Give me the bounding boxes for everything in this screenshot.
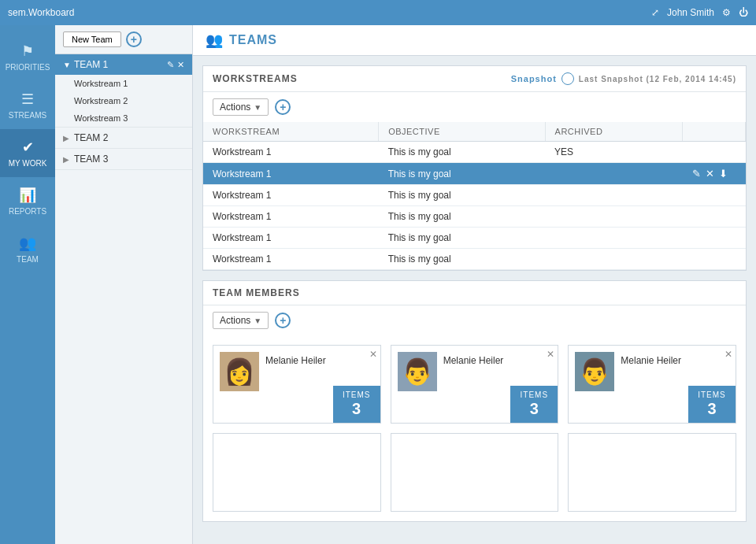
row-edit-icon[interactable]: ✎ <box>692 168 701 179</box>
workstreams-actions-dropdown[interactable]: Actions ▼ <box>213 98 269 116</box>
streams-icon: ☰ <box>21 91 34 108</box>
team-2-item[interactable]: ▶ TEAM 2 <box>55 128 192 148</box>
member-items: ITEMS 3 <box>333 386 380 423</box>
member-card: 👨 Melanie Heiler ✕ ITEMS 3 <box>391 345 559 424</box>
nav-team[interactable]: 👥 TEAM <box>0 225 55 273</box>
team-1-group: ▼ TEAM 1 ✎ ✕ Workstream 1 Workstream 2 W… <box>55 54 192 128</box>
table-row[interactable]: Workstream 1This is my goal <box>203 249 746 270</box>
col-archived: ARCHIVED <box>545 122 682 142</box>
ws-row-actions-cell <box>683 185 746 206</box>
team-icon: 👥 <box>19 235 36 252</box>
ws-row-actions-cell <box>683 206 746 228</box>
ws-name-cell: Workstream 1 <box>203 228 379 249</box>
member-avatar: 👨 <box>575 352 614 391</box>
nav-priorities[interactable]: ⚑ PRIORITIES <box>0 33 55 81</box>
team-members-header: TEAM MEMBERS <box>203 281 746 305</box>
workstreams-actions-label: Actions <box>220 102 250 113</box>
table-row[interactable]: Workstream 1This is my goal <box>203 228 746 249</box>
sidebar-workstream-2[interactable]: Workstream 2 <box>55 92 192 109</box>
ws-archived-cell <box>545 185 682 206</box>
member-delete-icon[interactable]: ✕ <box>369 349 377 360</box>
table-row[interactable]: Workstream 1This is my goal <box>203 185 746 206</box>
snapshot-link[interactable]: Snapshot <box>511 74 557 83</box>
row-delete-icon[interactable]: ✕ <box>706 168 714 179</box>
workstreams-title: WORKSTREAMS <box>213 73 298 84</box>
team-3-group: ▶ TEAM 3 <box>55 149 192 170</box>
sidebar: New Team + ▼ TEAM 1 ✎ ✕ Workstream 1 Wor… <box>55 25 193 544</box>
ws-row-actions-cell <box>683 142 746 163</box>
member-items-count: 3 <box>336 399 377 418</box>
ws-objective-cell: This is my goal <box>379 163 545 185</box>
team-members-actions-bar: Actions ▼ + <box>203 305 746 335</box>
page-header: 👥 TEAMS <box>193 25 756 56</box>
team-members-actions-label: Actions <box>220 315 250 326</box>
ws-archived-cell: YES <box>545 142 682 163</box>
member-avatar: 👩 <box>220 352 259 391</box>
row-download-icon[interactable]: ⬇ <box>719 168 728 179</box>
table-header-row: WORKSTREAM OBJECTIVE ARCHIVED <box>203 122 746 142</box>
member-card-empty <box>213 433 381 512</box>
nav-reports[interactable]: 📊 REPORTS <box>0 177 55 225</box>
ws-archived-cell <box>545 206 682 228</box>
team-3-arrow: ▶ <box>63 155 69 164</box>
team-3-item[interactable]: ▶ TEAM 3 <box>55 149 192 169</box>
ws-objective-cell: This is my goal <box>379 249 545 270</box>
expand-icon[interactable]: ⤢ <box>651 7 659 18</box>
member-delete-icon[interactable]: ✕ <box>547 349 554 360</box>
members-grid: 👩 Melanie Heiler ✕ ITEMS 3 👨 Melanie Hei… <box>203 335 746 521</box>
member-name: Melanie Heiler <box>614 352 729 369</box>
team-1-item[interactable]: ▼ TEAM 1 ✎ ✕ <box>55 54 192 75</box>
ws-row-actions-cell <box>683 228 746 249</box>
table-row[interactable]: Workstream 1This is my goal <box>203 206 746 228</box>
add-workstream-button[interactable]: + <box>275 99 291 115</box>
add-team-button[interactable]: + <box>126 31 142 47</box>
col-actions <box>683 122 746 142</box>
nav-team-label: TEAM <box>17 255 39 264</box>
member-card: 👩 Melanie Heiler ✕ ITEMS 3 <box>213 345 381 424</box>
snapshot-toggle[interactable] <box>561 72 574 85</box>
member-delete-icon[interactable]: ✕ <box>724 349 732 360</box>
ws-name-cell: Workstream 1 <box>203 249 379 270</box>
sidebar-workstream-3[interactable]: Workstream 3 <box>55 109 192 127</box>
ws-row-actions-cell: ✎ ✕ ⬇ <box>683 163 746 185</box>
col-workstream: WORKSTREAM <box>203 122 379 142</box>
member-items-label: ITEMS <box>691 390 732 399</box>
main-content: 👥 TEAMS WORKSTREAMS Snapshot Last Snapsh… <box>193 25 756 544</box>
member-name: Melanie Heiler <box>437 352 552 369</box>
add-member-button[interactable]: + <box>275 313 291 328</box>
ws-archived-cell <box>545 163 682 185</box>
team-1-delete-icon[interactable]: ✕ <box>177 60 184 70</box>
members-actions-caret: ▼ <box>254 316 261 325</box>
sidebar-workstream-1[interactable]: Workstream 1 <box>55 75 192 92</box>
team-2-label: TEAM 2 <box>74 132 108 143</box>
ws-name-cell: Workstream 1 <box>203 185 379 206</box>
ws-archived-cell <box>545 228 682 249</box>
team-1-edit-icon[interactable]: ✎ <box>167 60 174 70</box>
power-icon[interactable]: ⏻ <box>739 7 748 18</box>
ws-objective-cell: This is my goal <box>379 185 545 206</box>
row-action-icons: ✎ ✕ ⬇ <box>692 168 736 179</box>
app-bar: sem.Workboard ⤢ John Smith ⚙ ⏻ <box>0 0 756 25</box>
member-avatar: 👨 <box>398 352 437 391</box>
team-members-actions-dropdown[interactable]: Actions ▼ <box>213 312 269 329</box>
new-team-button[interactable]: New Team <box>63 31 121 47</box>
nav-priorities-label: PRIORITIES <box>6 63 50 72</box>
page-title: TEAMS <box>229 33 277 47</box>
nav-streams[interactable]: ☰ STREAMS <box>0 81 55 129</box>
workstreams-table-body: Workstream 1This is my goalYESWorkstream… <box>203 142 746 270</box>
ws-name-cell: Workstream 1 <box>203 142 379 163</box>
team-1-label: TEAM 1 <box>74 59 108 70</box>
member-items-label: ITEMS <box>513 390 554 399</box>
ws-row-actions-cell <box>683 249 746 270</box>
workstreams-actions-bar: Actions ▼ + <box>203 92 746 122</box>
nav-my-work[interactable]: ✔ MY WORK <box>0 129 55 177</box>
member-items-label: ITEMS <box>336 390 377 399</box>
layout: ⚑ PRIORITIES ☰ STREAMS ✔ MY WORK 📊 REPOR… <box>0 25 756 544</box>
settings-icon[interactable]: ⚙ <box>722 7 731 18</box>
workstreams-section: WORKSTREAMS Snapshot Last Snapshot (12 F… <box>202 65 747 271</box>
team-1-arrow: ▼ <box>63 61 71 69</box>
member-items-count: 3 <box>691 399 732 418</box>
ws-archived-cell <box>545 249 682 270</box>
table-row[interactable]: Workstream 1This is my goal ✎ ✕ ⬇ <box>203 163 746 185</box>
table-row[interactable]: Workstream 1This is my goalYES <box>203 142 746 163</box>
